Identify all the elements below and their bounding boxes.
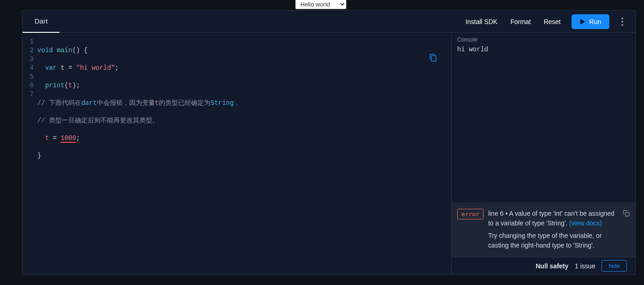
example-selector-wrap: Hello world bbox=[295, 0, 346, 6]
run-button[interactable]: Run bbox=[572, 14, 609, 29]
code-line: t = 1000; bbox=[37, 134, 451, 143]
line-gutter: 1 2 3 4 5 6 7 bbox=[23, 37, 37, 274]
code-line: void main() { bbox=[37, 46, 451, 55]
status-bar: Null safety 1 issue hide bbox=[452, 257, 635, 274]
format-button[interactable]: Format bbox=[504, 14, 537, 29]
copy-code-button[interactable] bbox=[429, 54, 437, 64]
more-menu-button[interactable] bbox=[614, 13, 631, 30]
error-panel: error line 6 • A value of type 'int' can… bbox=[452, 202, 635, 257]
line-number: 2 bbox=[23, 46, 34, 55]
code-line: print(t); bbox=[37, 81, 451, 90]
code-line: var t = "hi world"; bbox=[37, 64, 451, 73]
more-vert-icon bbox=[621, 18, 623, 26]
example-selector[interactable]: Hello world bbox=[295, 0, 346, 9]
copy-error-button[interactable] bbox=[623, 210, 630, 218]
view-docs-link[interactable]: (view docs) bbox=[569, 219, 602, 227]
console-pane: Console hi world error line 6 • A value … bbox=[452, 33, 635, 274]
console-title: Console bbox=[452, 33, 635, 45]
console-output: hi world bbox=[452, 45, 635, 202]
code-line: // 下面代码在dart中会报错，因为变量t的类型已经确定为String， bbox=[37, 99, 451, 108]
install-sdk-button[interactable]: Install SDK bbox=[459, 14, 504, 29]
line-number: 4 bbox=[23, 64, 34, 73]
line-number: 1 bbox=[23, 37, 34, 46]
code-area[interactable]: void main() { var t = "hi world"; print(… bbox=[37, 37, 451, 274]
svg-point-0 bbox=[621, 18, 623, 19]
error-line-2: Try changing the type of the variable, o… bbox=[488, 232, 602, 249]
svg-rect-3 bbox=[626, 212, 629, 216]
svg-point-1 bbox=[621, 21, 623, 23]
play-icon bbox=[580, 19, 585, 24]
editor-pane[interactable]: 1 2 3 4 5 6 7 void main() { var t = "hi … bbox=[23, 33, 452, 274]
line-number: 3 bbox=[23, 55, 34, 64]
code-line: } bbox=[37, 152, 451, 160]
line-number: 5 bbox=[23, 73, 34, 81]
copy-icon bbox=[623, 210, 630, 217]
copy-icon bbox=[429, 54, 437, 62]
run-button-label: Run bbox=[589, 18, 601, 25]
line-number: 6 bbox=[23, 81, 34, 90]
svg-point-2 bbox=[621, 24, 623, 26]
code-line: // 类型一旦确定后则不能再更改其类型。 bbox=[37, 116, 451, 125]
reset-button[interactable]: Reset bbox=[537, 14, 567, 29]
dartpad-container: Dart Install SDK Format Reset Run 1 2 3 … bbox=[22, 10, 636, 275]
header-bar: Dart Install SDK Format Reset Run bbox=[23, 11, 635, 33]
null-safety-label: Null safety bbox=[536, 262, 568, 270]
issue-count: 1 issue bbox=[575, 262, 595, 270]
hide-issues-button[interactable]: hide bbox=[602, 260, 627, 272]
error-message: line 6 • A value of type 'int' can't be … bbox=[488, 209, 618, 250]
error-badge: error bbox=[457, 209, 483, 219]
line-number: 7 bbox=[23, 90, 34, 99]
body: 1 2 3 4 5 6 7 void main() { var t = "hi … bbox=[23, 33, 635, 274]
tab-dart[interactable]: Dart bbox=[23, 11, 60, 33]
